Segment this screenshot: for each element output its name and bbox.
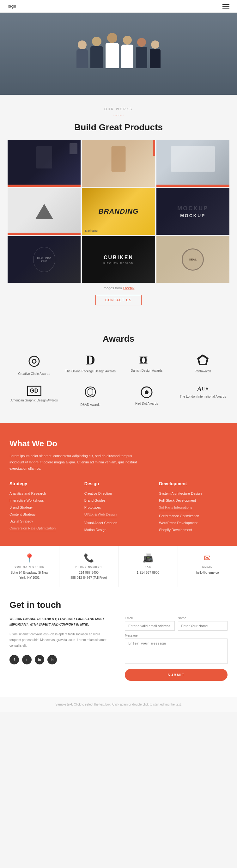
design-item-6[interactable]: Motion Design bbox=[84, 526, 153, 533]
strategy-item-5[interactable]: Digital Strategy bbox=[9, 518, 78, 525]
contact-btn-wrap: CONTACT US bbox=[8, 295, 229, 305]
dev-item-3[interactable]: 3rd Party Integrations bbox=[159, 504, 192, 511]
instagram-icon[interactable]: in bbox=[35, 655, 44, 664]
design-item-2[interactable]: Brand Guides bbox=[84, 497, 153, 504]
info-card-office: 📍 OUR MAIN OFFICE Soho 94 Broadway St Ne… bbox=[0, 546, 59, 587]
what-link[interactable]: ut labore et bbox=[25, 460, 43, 464]
office-address: Soho 94 Broadway St NewYork, NY 1001 bbox=[4, 570, 55, 580]
info-card-phone: 📞 PHONE NUMBER 214-987-5400888-012-8456?… bbox=[59, 546, 119, 587]
grid-item[interactable] bbox=[8, 140, 80, 187]
twitter-icon[interactable]: t bbox=[22, 655, 32, 664]
what-columns: Strategy Analytics and Research Interact… bbox=[9, 481, 228, 533]
award-item: Creative Circle Awards bbox=[8, 353, 61, 376]
info-cards-row: 📍 OUR MAIN OFFICE Soho 94 Broadway St Ne… bbox=[0, 546, 237, 587]
footer-text: Sample text. Click to select the text bo… bbox=[55, 703, 182, 706]
award-name: Red Dot Awards bbox=[135, 401, 158, 406]
grid-item[interactable] bbox=[157, 140, 229, 187]
strategy-item-4[interactable]: Content Strategy bbox=[9, 511, 78, 518]
works-grid: BRANDING Marketing MOCKUP MOCKUP Blue Ho… bbox=[8, 140, 229, 283]
design-item-3[interactable]: Prototypes bbox=[84, 504, 153, 511]
message-field-wrap: Message bbox=[125, 634, 228, 665]
award-icon bbox=[196, 353, 209, 367]
hamburger-menu[interactable] bbox=[223, 4, 229, 8]
fax-number: 1-214-567-8900 bbox=[123, 570, 173, 575]
dev-item-5[interactable]: WordPress Development bbox=[159, 519, 228, 526]
fax-title: FAX bbox=[123, 565, 173, 568]
name-field-wrap: Name bbox=[178, 616, 228, 630]
dev-item-2[interactable]: Full-Stack Development bbox=[159, 497, 228, 504]
svg-text:D: D bbox=[140, 354, 147, 366]
freepik-credit: Images from Freepik bbox=[8, 286, 229, 290]
grid-item[interactable]: MOCKUP MOCKUP bbox=[157, 188, 229, 235]
award-icon bbox=[84, 385, 97, 400]
award-name: Danish Design Awards bbox=[131, 369, 162, 373]
message-label: Message bbox=[125, 634, 228, 637]
design-column: Design Creative Direction Brand Guides P… bbox=[84, 481, 153, 533]
award-icon: ALIA bbox=[197, 385, 208, 392]
grid-item[interactable]: BRANDING Marketing bbox=[82, 188, 155, 235]
what-desc: Lorem ipsum dolor sit amet, consectetur … bbox=[9, 453, 142, 472]
strategy-title: Strategy bbox=[9, 481, 78, 486]
submit-button[interactable]: SUBMIT bbox=[125, 669, 228, 681]
grid-item[interactable]: SEAL bbox=[157, 236, 229, 283]
email-address: hello@theme.co bbox=[182, 570, 233, 575]
design-title: Design bbox=[84, 481, 153, 486]
contact-button[interactable]: CONTACT US bbox=[95, 295, 142, 305]
strategy-item-3[interactable]: Brand Strategy bbox=[9, 504, 78, 511]
office-title: OUR MAIN OFFICE bbox=[4, 565, 55, 568]
dev-item-1[interactable]: System Architecture Design bbox=[159, 490, 228, 497]
linkedin-icon[interactable]: in bbox=[47, 655, 57, 664]
grid-item[interactable]: Blue HorseClub bbox=[8, 236, 80, 283]
email-input[interactable] bbox=[125, 621, 175, 630]
email-field-label: Email bbox=[125, 616, 175, 620]
dev-item-6[interactable]: Shopify Development bbox=[159, 526, 228, 533]
award-icon: D D bbox=[139, 353, 155, 366]
hero-section bbox=[0, 13, 237, 95]
svg-point-7 bbox=[145, 391, 148, 394]
email-title: EMAIL bbox=[182, 565, 233, 568]
what-we-do-section: What We Do Lorem ipsum dolor sit amet, c… bbox=[0, 423, 237, 546]
facebook-icon[interactable]: f bbox=[9, 655, 19, 664]
grid-item[interactable] bbox=[8, 188, 80, 235]
strategy-item-1[interactable]: Analytics and Research bbox=[9, 490, 78, 497]
award-item: GD American Graphic Design Awards bbox=[8, 385, 61, 407]
grid-item[interactable] bbox=[82, 140, 155, 187]
award-item: ALIA The London International Awards bbox=[176, 385, 229, 407]
awards-section: Awards Creative Circle Awards D The Onli… bbox=[0, 321, 237, 423]
message-input[interactable] bbox=[125, 639, 228, 664]
name-field-label: Name bbox=[178, 616, 228, 620]
award-item: Pentawards bbox=[176, 353, 229, 376]
grid-item[interactable]: CUBIKEN KITCHEN DESIGN bbox=[82, 236, 155, 283]
award-item: D&AD Awards bbox=[64, 385, 117, 407]
awards-title: Awards bbox=[8, 334, 229, 344]
strategy-item-2[interactable]: Interactive Workshops bbox=[9, 497, 78, 504]
works-section: OUR WORKS 〰〰 Build Great Products BRANDI… bbox=[0, 95, 237, 321]
award-name: The Online Package Design Awards bbox=[65, 369, 116, 374]
design-item-4[interactable]: UI/UX & Web Design bbox=[84, 511, 117, 518]
award-item: D The Online Package Design Awards bbox=[64, 353, 117, 376]
dev-item-4[interactable]: Performance Optimization bbox=[159, 513, 228, 519]
design-item-5[interactable]: Visual Asset Creation bbox=[84, 519, 153, 526]
freepik-link[interactable]: Freepik bbox=[123, 286, 135, 290]
award-item: Red Dot Awards bbox=[120, 385, 173, 407]
info-card-email: ✉ EMAIL hello@theme.co bbox=[178, 546, 237, 587]
site-header: logo bbox=[0, 0, 237, 13]
social-icons-row: f t in in bbox=[9, 655, 112, 664]
footer-note: Sample text. Click to select the text bo… bbox=[0, 697, 237, 712]
contact-right: Email Name Message SUBMIT bbox=[125, 616, 228, 681]
contact-section: Get in touch WE CAN ENSURE RELIABILITY, … bbox=[0, 587, 237, 697]
fax-icon: 📠 bbox=[123, 553, 173, 563]
email-icon: ✉ bbox=[182, 553, 233, 563]
contact-title: Get in touch bbox=[9, 600, 228, 610]
contact-layout: WE CAN ENSURE RELIABILITY, LOW COST FARE… bbox=[9, 616, 228, 681]
phone-icon: 📞 bbox=[64, 553, 114, 563]
awards-grid: Creative Circle Awards D The Online Pack… bbox=[8, 353, 229, 407]
name-input[interactable] bbox=[178, 621, 228, 630]
design-item-1[interactable]: Creative Direction bbox=[84, 490, 153, 497]
award-name: American Graphic Design Awards bbox=[10, 398, 58, 403]
phone-title: PHONE NUMBER bbox=[64, 565, 114, 568]
strategy-item-6[interactable]: Conversion Rate Optimization bbox=[9, 525, 56, 532]
phone-number: 214-987-5400888-012-8456? (Toll Free) bbox=[64, 570, 114, 580]
contact-body: Etiam sit amet convallis est - class apt… bbox=[9, 631, 112, 649]
award-name: Pentawards bbox=[195, 369, 211, 374]
